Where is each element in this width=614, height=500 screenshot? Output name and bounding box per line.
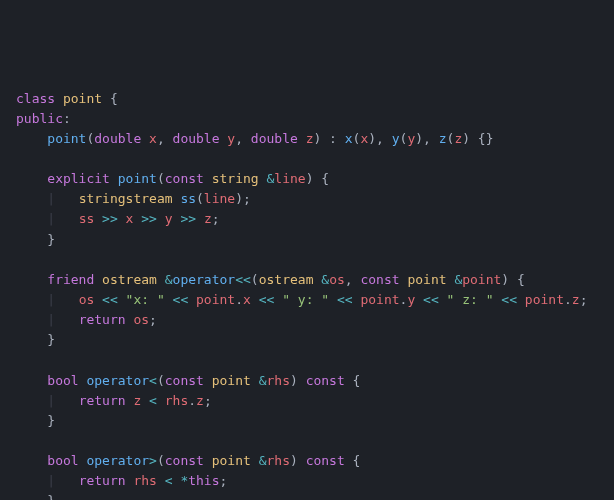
code-token: << bbox=[235, 272, 251, 287]
code-token bbox=[141, 131, 149, 146]
code-token: double bbox=[173, 131, 220, 146]
code-token: } bbox=[16, 493, 55, 500]
code-token: return bbox=[79, 393, 126, 408]
code-token bbox=[141, 393, 149, 408]
code-token bbox=[188, 292, 196, 307]
code-token bbox=[196, 211, 204, 226]
code-token: } bbox=[16, 413, 55, 428]
code-token: return bbox=[79, 473, 126, 488]
code-token: << bbox=[423, 292, 439, 307]
code-token: os bbox=[79, 292, 95, 307]
code-token: const bbox=[165, 453, 204, 468]
code-token bbox=[517, 292, 525, 307]
code-token: >> bbox=[102, 211, 118, 226]
code-token: z bbox=[204, 211, 212, 226]
code-token: os bbox=[329, 272, 345, 287]
code-token: x bbox=[149, 131, 157, 146]
code-token bbox=[251, 453, 259, 468]
code-line bbox=[16, 149, 614, 169]
code-token bbox=[204, 453, 212, 468]
code-token bbox=[118, 211, 126, 226]
code-token: | bbox=[16, 191, 79, 206]
code-token bbox=[16, 131, 47, 146]
code-token: , bbox=[157, 131, 173, 146]
code-token: | bbox=[16, 292, 79, 307]
code-token: . bbox=[564, 292, 572, 307]
code-token: double bbox=[251, 131, 298, 146]
code-token bbox=[16, 453, 47, 468]
code-token: x bbox=[243, 292, 251, 307]
code-token: "x: " bbox=[126, 292, 165, 307]
code-token: ; bbox=[204, 393, 212, 408]
code-token: << bbox=[259, 292, 275, 307]
code-token bbox=[16, 373, 47, 388]
code-token: bool bbox=[47, 453, 78, 468]
code-token: const bbox=[165, 373, 204, 388]
code-token: < bbox=[165, 473, 173, 488]
code-token: rhs bbox=[165, 393, 188, 408]
code-token: stringstream bbox=[79, 191, 173, 206]
code-token: ; bbox=[149, 312, 157, 327]
code-token: rhs bbox=[267, 453, 290, 468]
code-token: ostream bbox=[259, 272, 314, 287]
code-token: ; bbox=[580, 292, 588, 307]
code-token: point bbox=[462, 272, 501, 287]
code-token: , bbox=[235, 131, 251, 146]
code-token: point bbox=[63, 91, 102, 106]
code-token: < bbox=[149, 393, 157, 408]
code-token: point bbox=[118, 171, 157, 186]
code-token: line bbox=[274, 171, 305, 186]
code-line: | os << "x: " << point.x << " y: " << po… bbox=[16, 290, 614, 310]
code-token: line bbox=[204, 191, 235, 206]
code-token: >> bbox=[180, 211, 196, 226]
code-token bbox=[157, 473, 165, 488]
code-token bbox=[251, 292, 259, 307]
code-token bbox=[110, 171, 118, 186]
code-line bbox=[16, 250, 614, 270]
code-token: explicit bbox=[47, 171, 110, 186]
code-token: > bbox=[149, 453, 157, 468]
code-line: bool operator<(const point &rhs) const { bbox=[16, 371, 614, 391]
code-token bbox=[157, 211, 165, 226]
code-token: & bbox=[259, 373, 267, 388]
code-token: string bbox=[212, 171, 259, 186]
code-token: operator bbox=[173, 272, 236, 287]
code-line: public: bbox=[16, 109, 614, 129]
code-token: point bbox=[212, 373, 251, 388]
code-token bbox=[94, 272, 102, 287]
code-token: ostream bbox=[102, 272, 157, 287]
code-token bbox=[165, 292, 173, 307]
code-token: rhs bbox=[133, 473, 156, 488]
code-token: operator bbox=[86, 373, 149, 388]
code-token: ) { bbox=[501, 272, 524, 287]
code-token: point bbox=[47, 131, 86, 146]
code-token bbox=[439, 292, 447, 307]
code-token bbox=[55, 91, 63, 106]
code-token: const bbox=[306, 453, 345, 468]
code-token: ss bbox=[180, 191, 196, 206]
code-token: z bbox=[439, 131, 447, 146]
code-token: point bbox=[196, 292, 235, 307]
code-token: ); bbox=[235, 191, 251, 206]
code-token: << bbox=[337, 292, 353, 307]
code-token: point bbox=[360, 292, 399, 307]
code-token: << bbox=[173, 292, 189, 307]
code-token: x bbox=[345, 131, 353, 146]
code-token: , bbox=[345, 272, 361, 287]
code-token: const bbox=[165, 171, 204, 186]
code-line: | return os; bbox=[16, 310, 614, 330]
code-token bbox=[274, 292, 282, 307]
code-token: ) : bbox=[313, 131, 344, 146]
code-token: ) bbox=[290, 373, 306, 388]
code-line: } bbox=[16, 491, 614, 500]
code-editor: class point {public: point(double x, dou… bbox=[16, 89, 614, 500]
code-token: ) bbox=[290, 453, 306, 468]
code-token: y bbox=[392, 131, 400, 146]
code-token: os bbox=[133, 312, 149, 327]
code-token bbox=[204, 373, 212, 388]
code-line bbox=[16, 431, 614, 451]
code-line: | stringstream ss(line); bbox=[16, 189, 614, 209]
code-token: ( bbox=[196, 191, 204, 206]
code-line: | return rhs < *this; bbox=[16, 471, 614, 491]
code-token: | bbox=[16, 473, 79, 488]
